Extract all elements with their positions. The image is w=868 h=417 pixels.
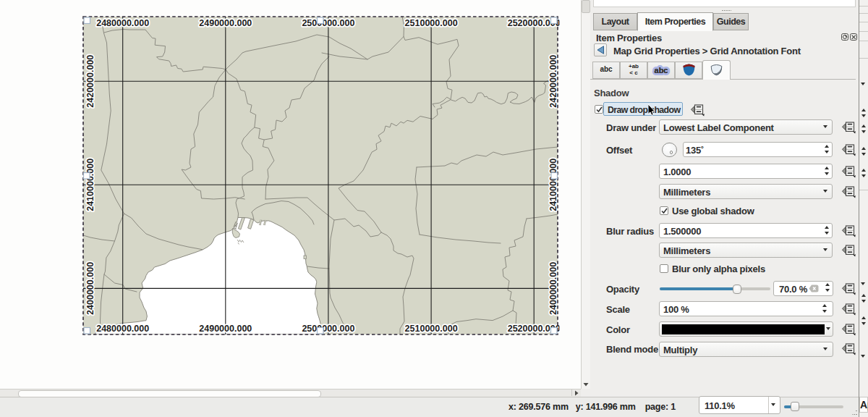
svg-text:abc: abc — [655, 66, 668, 75]
svg-text:2420000.000: 2420000.000 — [85, 55, 95, 108]
svg-text:2490000.000: 2490000.000 — [199, 18, 252, 28]
svg-text:2510000.000: 2510000.000 — [405, 324, 458, 334]
svg-text:2490000.000: 2490000.000 — [199, 324, 252, 334]
svg-text:2400000.000: 2400000.000 — [85, 262, 95, 315]
svg-text:2420000.000: 2420000.000 — [548, 55, 558, 108]
svg-text:2480000.000: 2480000.000 — [96, 324, 149, 334]
svg-text:2400000.000: 2400000.000 — [548, 262, 558, 315]
svg-text:2410000.000: 2410000.000 — [85, 159, 95, 211]
svg-text:2500000.000: 2500000.000 — [302, 18, 354, 28]
svg-text:2500000.000: 2500000.000 — [302, 324, 354, 334]
svg-text:2410000.000: 2410000.000 — [548, 159, 558, 211]
svg-text:2510000.000: 2510000.000 — [405, 18, 458, 28]
svg-text:2480000.000: 2480000.000 — [96, 18, 149, 28]
